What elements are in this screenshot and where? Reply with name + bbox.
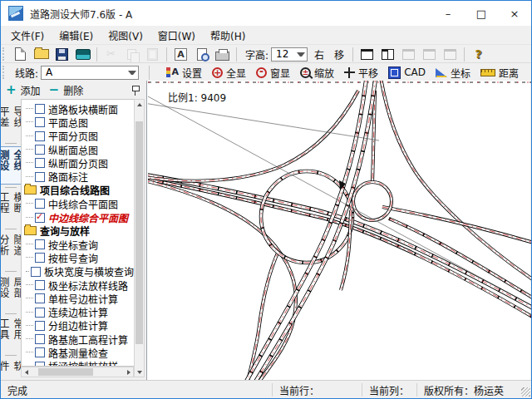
tree-item[interactable]: 按坐标查询 xyxy=(22,238,134,251)
checkbox[interactable] xyxy=(35,347,45,357)
tree-item[interactable]: 路面标注 xyxy=(22,170,134,183)
tree-item[interactable]: 道路板块横断面 xyxy=(22,102,134,116)
tree-item[interactable]: 板块宽度与横坡查询 xyxy=(22,265,134,278)
checkbox[interactable] xyxy=(35,239,45,249)
cut-icon xyxy=(106,48,116,60)
zoom-window-button[interactable]: 窗显 xyxy=(253,65,293,81)
coords-icon xyxy=(436,68,447,77)
menu-file[interactable]: 文件(F) xyxy=(3,27,52,44)
coordinates-button[interactable]: 坐标 xyxy=(432,65,474,81)
move-button[interactable]: 移 xyxy=(329,47,349,62)
checkbox[interactable] xyxy=(35,334,45,344)
open-file-button[interactable] xyxy=(32,46,51,62)
settings-button[interactable]: 设置 xyxy=(163,65,205,81)
tree-item[interactable]: 按桩号查询 xyxy=(22,251,134,264)
tree-item[interactable]: 中线综合平面图 xyxy=(22,197,134,210)
checkbox[interactable] xyxy=(35,104,45,114)
tree-connector xyxy=(26,149,33,150)
horizontal-scroll-thumb[interactable] xyxy=(38,368,93,376)
checkbox[interactable] xyxy=(35,145,45,155)
status-bar: 完成 当前行：当前列：版权所有：杨运英 www.y xyxy=(1,380,531,397)
checkbox[interactable] xyxy=(35,158,45,168)
menu-window[interactable]: 窗口(W) xyxy=(150,27,203,44)
zoom-scale-label: 缩放 xyxy=(314,66,334,80)
chevron-down-icon xyxy=(128,71,136,75)
tree-item[interactable]: 路基测量检查 xyxy=(22,346,134,359)
cad-button[interactable]: CAD xyxy=(385,66,429,80)
distance-label: 距离 xyxy=(499,66,519,80)
maximize-button[interactable]: □ xyxy=(465,1,498,26)
save-file-button[interactable] xyxy=(52,46,71,62)
tile-horizontal-button[interactable] xyxy=(378,46,397,62)
font-style-button[interactable] xyxy=(171,46,190,62)
tree-item[interactable]: 极坐标法放样线路 xyxy=(22,278,134,292)
scroll-up-arrow[interactable] xyxy=(135,100,144,109)
help-icon xyxy=(475,47,482,61)
tree-connector xyxy=(26,203,33,204)
help-button[interactable] xyxy=(469,46,488,62)
cad-box-icon xyxy=(388,66,401,79)
close-button[interactable]: × xyxy=(498,1,531,26)
menu-view[interactable]: 视图(V) xyxy=(101,27,150,44)
road-tool-button[interactable] xyxy=(73,46,92,62)
scroll-left-arrow[interactable] xyxy=(22,367,31,377)
route-select[interactable]: A xyxy=(41,66,139,80)
tree-item-label: 板块宽度与横坡查询 xyxy=(44,265,134,278)
east-lower-branch xyxy=(389,219,532,298)
new-file-icon xyxy=(15,47,26,61)
tree-horizontal-scrollbar[interactable] xyxy=(21,367,134,377)
tree-item[interactable]: 分组边桩计算 xyxy=(22,319,134,332)
minimize-button[interactable]: – xyxy=(431,1,465,26)
vertical-scroll-thumb[interactable] xyxy=(135,121,143,344)
delete-button[interactable]: 删除 xyxy=(63,83,83,97)
checkbox[interactable] xyxy=(31,267,41,277)
tree-folder[interactable]: 项目综合线路图 xyxy=(22,184,134,197)
tree-item[interactable]: 单桩号边桩计算 xyxy=(22,292,134,305)
checkbox[interactable] xyxy=(35,280,45,290)
tree-vertical-scrollbar[interactable] xyxy=(134,99,145,377)
tree-item[interactable]: 纵断面分页图 xyxy=(22,156,134,170)
menu-edit[interactable]: 编辑(E) xyxy=(52,27,101,44)
tree-item[interactable]: 平面总图 xyxy=(22,116,134,129)
print-button[interactable] xyxy=(213,46,232,62)
menu-help[interactable]: 帮助(H) xyxy=(203,27,253,44)
tree-connector xyxy=(26,162,33,164)
checkbox[interactable] xyxy=(35,172,45,182)
print-preview-button[interactable] xyxy=(192,46,211,62)
tile-vertical-button[interactable] xyxy=(357,46,377,62)
pin-icon[interactable] xyxy=(131,85,140,96)
zoom-pm-icon xyxy=(300,67,311,78)
checkbox[interactable] xyxy=(35,213,45,223)
zoom-scale-button[interactable]: 缩放 xyxy=(297,65,337,81)
drawing-canvas[interactable]: 比例1: 9409 xyxy=(146,81,530,380)
checkbox[interactable] xyxy=(35,131,45,141)
checkbox[interactable] xyxy=(35,117,45,127)
add-icon: + xyxy=(6,85,17,95)
tree-item[interactable]: 纵断面总图 xyxy=(22,143,134,156)
scroll-right-arrow[interactable] xyxy=(124,367,133,377)
add-button[interactable]: 添加 xyxy=(21,83,41,97)
tree-item-label: 按坐标查询 xyxy=(48,238,98,251)
checkbox[interactable] xyxy=(35,293,45,303)
checkbox[interactable] xyxy=(35,321,45,331)
tree-item[interactable]: 路基施工高程计算 xyxy=(22,332,134,346)
distance-button[interactable]: 距离 xyxy=(477,65,522,81)
coordinates-label: 坐标 xyxy=(451,66,470,80)
pan-button[interactable]: 平移 xyxy=(341,65,382,81)
status-message: 完成 xyxy=(7,383,27,397)
tree-item-label: 中线综合平面图 xyxy=(48,197,118,210)
tree-item[interactable]: 平面分页图 xyxy=(22,130,134,143)
scroll-down-arrow[interactable] xyxy=(135,367,144,377)
checkbox[interactable] xyxy=(35,253,45,263)
tree-folder[interactable]: 查询与放样 xyxy=(22,224,134,238)
settings-label: 设置 xyxy=(182,66,202,80)
font-height-select[interactable]: 12 xyxy=(271,47,308,62)
tree-item[interactable]: 连续边桩计算 xyxy=(22,305,134,318)
tree-item[interactable]: 桥涵控制桩放样 xyxy=(22,360,134,367)
checkbox[interactable] xyxy=(35,199,45,209)
tree-item[interactable]: 中边线综合平面图 xyxy=(22,210,134,224)
zoom-all-button[interactable]: 全显 xyxy=(209,65,249,81)
checkbox[interactable] xyxy=(35,308,45,318)
new-file-button[interactable] xyxy=(11,46,30,62)
right-button[interactable]: 右 xyxy=(309,47,329,62)
